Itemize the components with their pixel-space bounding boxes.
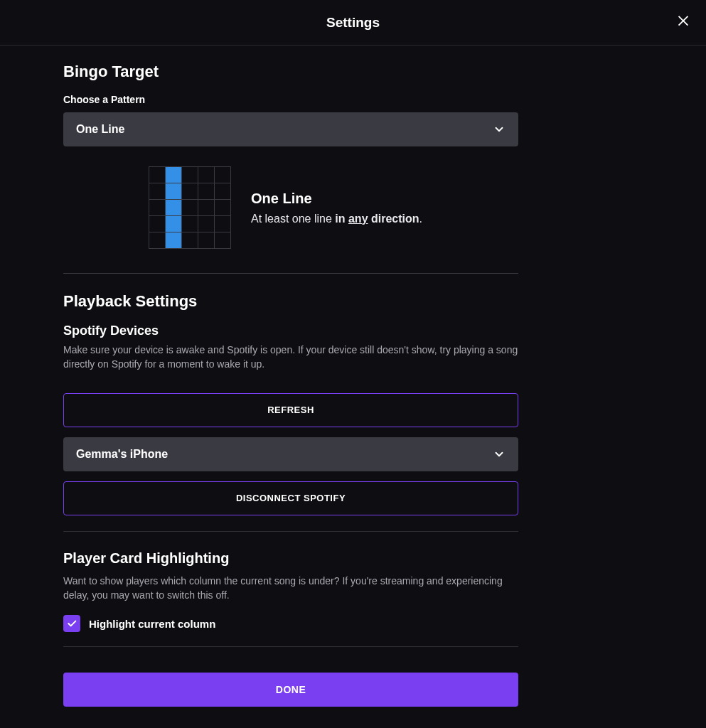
pattern-grid: [149, 166, 231, 249]
device-select-value: Gemma's iPhone: [76, 448, 168, 461]
pattern-cell: [215, 167, 230, 183]
pattern-cell: [198, 216, 214, 232]
device-select[interactable]: Gemma's iPhone: [63, 437, 518, 471]
pattern-cell: [166, 167, 181, 183]
spotify-devices-help: Make sure your device is awake and Spoti…: [63, 343, 518, 372]
pattern-description: At least one line in any direction.: [251, 213, 422, 225]
pattern-label: Choose a Pattern: [63, 94, 518, 105]
divider: [63, 273, 518, 274]
pattern-cell: [149, 232, 165, 248]
pattern-cell: [182, 216, 198, 232]
pattern-cell: [166, 183, 181, 199]
player-card-highlighting-title: Player Card Highlighting: [63, 550, 518, 567]
pattern-cell: [182, 167, 198, 183]
playback-settings-title: Playback Settings: [63, 292, 518, 311]
pattern-cell: [166, 216, 181, 232]
highlight-checkbox-row: Highlight current column: [63, 615, 518, 632]
pattern-name: One Line: [251, 191, 422, 207]
pattern-cell: [198, 183, 214, 199]
spotify-devices-title: Spotify Devices: [63, 323, 518, 338]
pattern-preview-row: One Line At least one line in any direct…: [149, 166, 518, 249]
pattern-cell: [166, 232, 181, 248]
disconnect-spotify-button[interactable]: DISCONNECT SPOTIFY: [63, 481, 518, 515]
pattern-cell: [198, 232, 214, 248]
chevron-down-icon: [493, 448, 506, 461]
pattern-cell: [149, 216, 165, 232]
chevron-down-icon: [493, 123, 506, 136]
pattern-cell: [215, 232, 230, 248]
pattern-cell: [149, 167, 165, 183]
modal-content: Bingo Target Choose a Pattern One Line O…: [0, 46, 706, 728]
pattern-cell: [215, 216, 230, 232]
pattern-cell: [215, 183, 230, 199]
pattern-cell: [182, 232, 198, 248]
pattern-text: One Line At least one line in any direct…: [251, 191, 422, 225]
highlight-checkbox-label: Highlight current column: [89, 618, 215, 630]
refresh-button[interactable]: REFRESH: [63, 393, 518, 427]
divider: [63, 531, 518, 532]
pattern-cell: [198, 167, 214, 183]
pattern-cell: [182, 200, 198, 215]
player-card-highlighting-desc: Want to show players which column the cu…: [63, 574, 518, 603]
pattern-cell: [149, 183, 165, 199]
pattern-cell: [198, 200, 214, 215]
pattern-cell: [182, 183, 198, 199]
pattern-cell: [215, 200, 230, 215]
pattern-select-value: One Line: [76, 123, 124, 136]
close-button[interactable]: [673, 10, 693, 30]
modal-title: Settings: [326, 15, 380, 31]
bingo-target-title: Bingo Target: [63, 63, 518, 81]
close-icon: [675, 12, 691, 28]
check-icon: [66, 618, 77, 629]
done-button[interactable]: DONE: [63, 673, 518, 707]
pattern-cell: [166, 200, 181, 215]
modal-header: Settings: [0, 0, 706, 46]
highlight-checkbox[interactable]: [63, 615, 80, 632]
pattern-select[interactable]: One Line: [63, 112, 518, 146]
pattern-cell: [149, 200, 165, 215]
divider: [63, 646, 518, 647]
